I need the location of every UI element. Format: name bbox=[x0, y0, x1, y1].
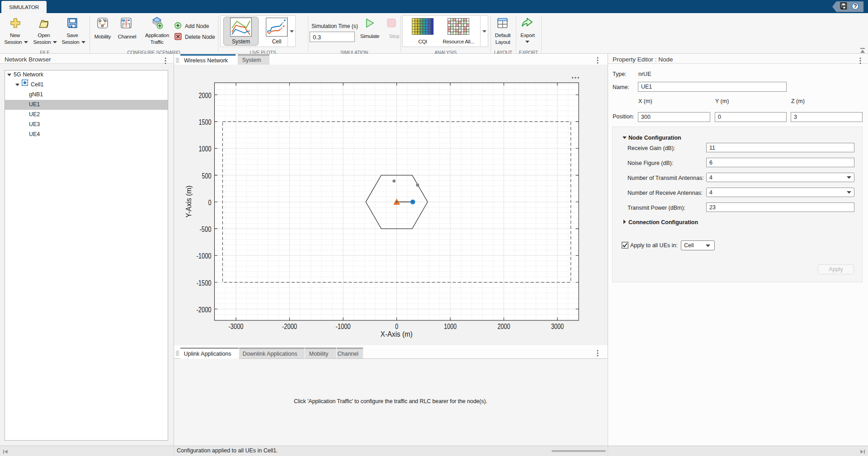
svg-text:-1500: -1500 bbox=[197, 279, 212, 287]
svg-text:-2000: -2000 bbox=[282, 322, 297, 331]
svg-text:1500: 1500 bbox=[199, 118, 212, 127]
svg-text:1000: 1000 bbox=[199, 145, 212, 153]
svg-text:0: 0 bbox=[208, 198, 212, 207]
svg-text:1000: 1000 bbox=[444, 322, 457, 331]
svg-text:Y-Axis (m): Y-Axis (m) bbox=[185, 186, 193, 218]
svg-text:2000: 2000 bbox=[199, 91, 212, 100]
svg-text:X-Axis (m): X-Axis (m) bbox=[381, 330, 413, 338]
svg-text:-2000: -2000 bbox=[197, 306, 212, 314]
svg-text:-1000: -1000 bbox=[336, 322, 351, 331]
svg-text:500: 500 bbox=[202, 172, 212, 180]
svg-text:-3000: -3000 bbox=[229, 322, 244, 331]
svg-text:?: ? bbox=[854, 3, 857, 9]
svg-text:-1000: -1000 bbox=[197, 252, 212, 260]
svg-text:2000: 2000 bbox=[498, 322, 510, 331]
svg-text:3000: 3000 bbox=[551, 322, 564, 331]
svg-text:-500: -500 bbox=[200, 225, 212, 234]
svg-text:0: 0 bbox=[395, 322, 398, 331]
